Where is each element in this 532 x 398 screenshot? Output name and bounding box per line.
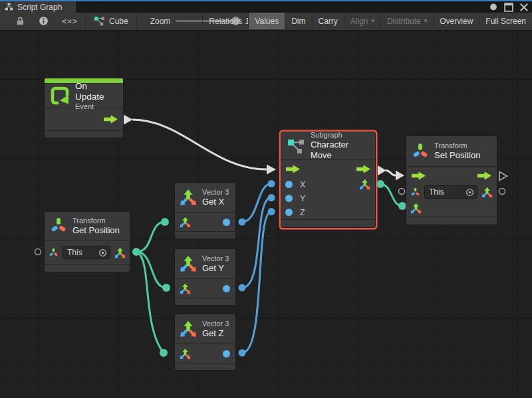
- fullscreen-button[interactable]: Full Screen: [479, 13, 532, 29]
- info-icon: [39, 16, 49, 26]
- node-title: Get X: [202, 197, 229, 207]
- subgraph-icon: [287, 138, 305, 154]
- tab-bar: Script Graph: [0, 0, 532, 13]
- this-value-field[interactable]: This: [424, 185, 477, 199]
- vector3-icon: [180, 320, 197, 338]
- node-category: Transform: [434, 142, 480, 150]
- maximize-icon[interactable]: [504, 2, 513, 12]
- target-name: Cube: [109, 17, 128, 26]
- vector3-out-port-icon[interactable]: [481, 187, 493, 198]
- zoom-label: Zoom: [150, 17, 171, 26]
- this-value-field[interactable]: This: [63, 246, 110, 259]
- node-title: Get Position: [72, 225, 120, 236]
- graph-target[interactable]: Cube: [86, 13, 136, 29]
- transform-icon: [412, 143, 429, 160]
- vector3-in-port-icon[interactable]: [410, 203, 422, 214]
- input-port-z[interactable]: [285, 209, 293, 216]
- flow-out-port[interactable]: [477, 171, 491, 180]
- flow-out-port[interactable]: [356, 165, 370, 173]
- node-get-z[interactable]: Vector 3 Get Z: [174, 314, 236, 371]
- node-set-position[interactable]: Transform Set Position This: [406, 136, 497, 225]
- values-button[interactable]: Values: [248, 13, 285, 29]
- dim-button[interactable]: Dim: [285, 13, 311, 29]
- object-picker-icon[interactable]: [466, 188, 474, 197]
- transform-port-icon[interactable]: [49, 248, 59, 258]
- code-icon: <×>: [62, 16, 78, 26]
- lock-button[interactable]: [8, 13, 32, 29]
- node-title: Get Z: [202, 328, 229, 339]
- graph-asset-icon: [94, 16, 105, 26]
- info-button[interactable]: [32, 13, 55, 29]
- vector3-icon: [180, 189, 197, 206]
- node-title: Set Position: [434, 150, 480, 161]
- node-category: Vector 3: [202, 320, 229, 328]
- object-picker-icon[interactable]: [98, 249, 107, 257]
- node-character-move[interactable]: Subgraph Character Move X Y Z: [281, 132, 376, 228]
- transform-port-icon[interactable]: [410, 187, 420, 197]
- lock-icon: [15, 16, 25, 26]
- port-label-x: X: [300, 180, 305, 189]
- value-out-port[interactable]: [223, 285, 230, 292]
- close-icon[interactable]: [519, 2, 529, 12]
- node-category: Vector 3: [202, 188, 229, 197]
- align-dropdown[interactable]: Align▾: [344, 13, 380, 29]
- vector3-icon: [180, 255, 197, 272]
- focus-highlight-line: [0, 0, 532, 1]
- event-loop-icon: [50, 86, 70, 106]
- value-out-port[interactable]: [223, 350, 230, 357]
- node-on-update[interactable]: On Update Event: [44, 78, 124, 138]
- vector3-out-port-icon[interactable]: [359, 179, 370, 190]
- distribute-dropdown[interactable]: Distribute▾: [380, 13, 433, 29]
- tab-title: Script Graph: [17, 3, 62, 12]
- port-label-y: Y: [300, 194, 305, 203]
- node-title: Get Y: [202, 263, 229, 274]
- port-label-z: Z: [300, 208, 305, 217]
- relations-button[interactable]: Relations: [202, 13, 248, 29]
- flow-in-port[interactable]: [286, 165, 300, 173]
- vector3-in-port-icon[interactable]: [180, 217, 191, 228]
- carry-button[interactable]: Carry: [312, 13, 344, 29]
- window-menu-icon[interactable]: [489, 2, 498, 12]
- code-preview-button[interactable]: <×>: [55, 13, 85, 29]
- transform-icon: [50, 217, 67, 235]
- input-port-y[interactable]: [285, 195, 293, 202]
- flow-out-port[interactable]: [104, 115, 118, 124]
- tab-script-graph[interactable]: Script Graph: [0, 1, 76, 13]
- node-get-position[interactable]: Transform Get Position This: [44, 211, 130, 272]
- vector3-in-port-icon[interactable]: [180, 348, 191, 359]
- node-category: Transform: [72, 217, 120, 225]
- overview-button[interactable]: Overview: [433, 13, 479, 29]
- flow-in-port[interactable]: [412, 171, 426, 180]
- chevron-down-icon: ▾: [372, 18, 375, 24]
- toolbar-right: Relations Values Dim Carry Align▾ Distri…: [202, 13, 532, 29]
- vector3-in-port-icon[interactable]: [180, 283, 191, 294]
- node-title: Character Move: [311, 140, 368, 161]
- window-controls: [489, 1, 529, 13]
- vector3-out-port-icon[interactable]: [114, 247, 126, 258]
- graph-hierarchy-icon: [5, 3, 13, 11]
- input-port-x[interactable]: [285, 181, 293, 188]
- graph-toolbar: <×> Cube Zoom 1x Relations Values Dim Ca…: [0, 13, 532, 31]
- node-subtitle: Event: [75, 102, 116, 111]
- node-get-y[interactable]: Vector 3 Get Y: [174, 249, 236, 306]
- node-category: Vector 3: [202, 254, 229, 263]
- value-out-port[interactable]: [223, 219, 230, 226]
- node-get-x[interactable]: Vector 3 Get X: [174, 182, 236, 239]
- node-title: On Update: [75, 81, 116, 102]
- chevron-down-icon: ▾: [424, 18, 428, 24]
- node-category: Subgraph: [311, 131, 368, 140]
